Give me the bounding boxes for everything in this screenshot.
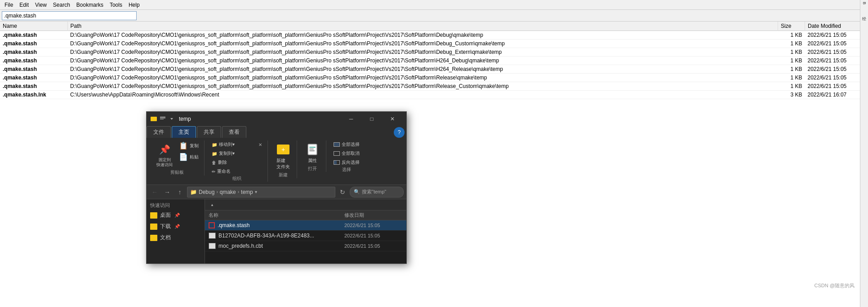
file-name-cell: .qmake.stash.lnk <box>0 91 67 99</box>
table-row[interactable]: .qmake.stash.lnkC:\Users\wushe\AppData\R… <box>0 91 868 99</box>
table-row[interactable]: .qmake.stashD:\GuangPoWork\17 CodeReposi… <box>0 31 868 39</box>
file-date-cell: 2022/6/21 15:05 <box>805 57 868 65</box>
search-input[interactable] <box>2 11 137 20</box>
titlebar-folder-icon <box>150 115 157 123</box>
file-list-item[interactable]: B12702AD-ABFB-343A-A199-8E2483...2022/6/… <box>205 231 406 241</box>
file-item-icon <box>209 243 216 249</box>
svg-rect-2 <box>160 119 164 119</box>
file-date-cell: 2022/6/21 15:05 <box>805 65 868 74</box>
explorer-titlebar: temp ─ □ ✕ <box>147 112 406 126</box>
col-header-path[interactable]: Path <box>67 22 778 31</box>
rename-button[interactable]: ✏ 重命名 <box>210 167 264 175</box>
tab-share[interactable]: 共享 <box>197 126 221 138</box>
help-button[interactable]: ? <box>394 127 405 138</box>
file-date-cell: 2022/6/21 15:05 <box>805 39 868 48</box>
select-none-button[interactable]: 全部取消 <box>332 149 361 158</box>
table-row[interactable]: .qmake.stashD:\GuangPoWork\17 CodeReposi… <box>0 65 868 74</box>
refresh-button[interactable]: ↻ <box>337 187 348 197</box>
pin-downloads-button[interactable]: 📌 <box>174 223 181 230</box>
address-path-box[interactable]: 📁 Debug › qmake › temp ▾ <box>187 187 335 197</box>
tab-view[interactable]: 查看 <box>222 126 246 138</box>
table-row[interactable]: .qmake.stashD:\GuangPoWork\17 CodeReposi… <box>0 48 868 57</box>
delete-button[interactable]: 🗑 删除 <box>210 158 264 167</box>
clipboard-label: 剪贴板 <box>170 169 184 175</box>
path-item-qmake[interactable]: qmake <box>220 189 236 195</box>
file-col-headers: 名称 修改日期 <box>205 211 406 220</box>
delete-icon: 🗑 <box>212 160 216 165</box>
pin-label: 固定到快速访问 <box>156 158 173 167</box>
right-panel-b: B <box>862 2 867 4</box>
everything-window: File Edit View Search Bookmarks Tools He… <box>0 0 868 307</box>
ribbon-tabs: 文件 主页 共享 查看 ? <box>147 126 406 138</box>
file-item-icon <box>209 222 215 228</box>
forward-button[interactable]: → <box>162 187 173 197</box>
invert-icon <box>334 160 340 165</box>
minimize-button[interactable]: ─ <box>341 112 361 126</box>
file-list-item[interactable]: .qmake.stash2022/6/21 15:05 <box>205 220 406 231</box>
file-area: 快速访问 桌面 📌 下载 📌 文档 ▲ 名 <box>147 199 406 263</box>
sidebar-item-documents[interactable]: 文档 <box>147 232 205 243</box>
ribbon-content: 📌 固定到快速访问 📋 复制 📄 粘贴 剪贴板 <box>147 138 406 184</box>
file-name-cell: .qmake.stash <box>0 31 67 39</box>
address-search-box[interactable]: 🔍 搜索"temp" <box>350 187 404 197</box>
properties-button[interactable]: 属性 <box>303 140 322 166</box>
addr-dropdown-icon[interactable]: ▾ <box>255 189 257 194</box>
menu-search[interactable]: Search <box>50 1 73 9</box>
menu-help[interactable]: Help <box>126 1 142 9</box>
copy-button[interactable]: 📋 复制 <box>177 140 200 151</box>
sidebar-item-downloads[interactable]: 下载 📌 <box>147 221 205 232</box>
new-folder-label: 新建文件夹 <box>276 158 290 170</box>
file-path-cell: D:\GuangPoWork\17 CodeRepository\CMO1\ge… <box>67 65 778 74</box>
file-list-panel: ▲ 名称 修改日期 .qmake.stash2022/6/21 15:05B12… <box>205 199 406 263</box>
path-item-temp[interactable]: temp <box>241 189 253 195</box>
desktop-label: 桌面 <box>160 211 171 219</box>
file-item-name: moc_predefs.h.cbt <box>218 243 344 249</box>
back-button[interactable]: ← <box>149 187 160 197</box>
invert-select-button[interactable]: 反向选择 <box>332 158 361 167</box>
tab-home[interactable]: 主页 <box>172 126 196 138</box>
col-date-header[interactable]: 修改日期 <box>344 212 403 219</box>
paste-button[interactable]: 📄 粘贴 <box>177 152 200 162</box>
file-path-cell: D:\GuangPoWork\17 CodeRepository\CMO1\ge… <box>67 31 778 39</box>
path-item-debug[interactable]: Debug <box>199 189 214 195</box>
menu-view[interactable]: View <box>32 1 49 9</box>
titlebar-down-icon <box>168 115 175 123</box>
file-date-cell: 2022/6/21 16:07 <box>805 91 868 99</box>
copy-to-button[interactable]: 📁 复制到▾ <box>210 149 264 158</box>
table-row[interactable]: .qmake.stashD:\GuangPoWork\17 CodeReposi… <box>0 57 868 65</box>
ribbon-group-organize: 📁 移动到▾ ✕ 📁 复制到▾ 🗑 删除 <box>206 140 268 182</box>
sort-button[interactable]: ▲ <box>209 201 216 208</box>
col-header-size[interactable]: Size <box>778 22 805 31</box>
pin-button[interactable]: 📌 固定到快速访问 <box>154 140 175 169</box>
sidebar-panel: 快速访问 桌面 📌 下载 📌 文档 <box>147 199 205 263</box>
menu-edit[interactable]: Edit <box>17 1 31 9</box>
properties-label: 属性 <box>308 158 317 164</box>
table-row[interactable]: .qmake.stashD:\GuangPoWork\17 CodeReposi… <box>0 82 868 91</box>
col-header-name[interactable]: Name <box>0 22 67 31</box>
col-header-date[interactable]: Date Modified <box>805 22 868 31</box>
up-button[interactable]: ↑ <box>174 187 185 197</box>
file-list-sort-header: ▲ <box>205 199 406 211</box>
table-row[interactable]: .qmake.stashD:\GuangPoWork\17 CodeReposi… <box>0 74 868 82</box>
menu-file[interactable]: File <box>2 1 16 9</box>
col-name-header[interactable]: 名称 <box>209 212 344 219</box>
file-date-cell: 2022/6/21 15:05 <box>805 82 868 91</box>
paste-label: 粘贴 <box>190 154 199 160</box>
close-button[interactable]: ✕ <box>382 112 403 126</box>
file-list-item[interactable]: moc_predefs.h.cbt2022/6/21 15:05 <box>205 241 406 251</box>
select-none-icon <box>334 151 340 156</box>
file-path-cell: D:\GuangPoWork\17 CodeRepository\CMO1\ge… <box>67 74 778 82</box>
tab-file[interactable]: 文件 <box>147 126 171 138</box>
maximize-button[interactable]: □ <box>361 112 382 126</box>
table-row[interactable]: .qmake.stashD:\GuangPoWork\17 CodeReposi… <box>0 39 868 48</box>
menu-bookmarks[interactable]: Bookmarks <box>74 1 106 9</box>
move-to-button[interactable]: 📁 移动到▾ ✕ <box>210 140 264 149</box>
select-all-button[interactable]: 全部选择 <box>332 140 361 149</box>
pin-desktop-button[interactable]: 📌 <box>174 212 181 219</box>
file-path-cell: D:\GuangPoWork\17 CodeRepository\CMO1\ge… <box>67 82 778 91</box>
menu-tools[interactable]: Tools <box>107 1 125 9</box>
svg-marker-3 <box>170 118 173 120</box>
sidebar-item-desktop[interactable]: 桌面 📌 <box>147 210 205 221</box>
new-folder-button[interactable]: + 新建文件夹 <box>273 140 293 172</box>
ribbon-group-new: + 新建文件夹 新建 <box>270 140 297 178</box>
